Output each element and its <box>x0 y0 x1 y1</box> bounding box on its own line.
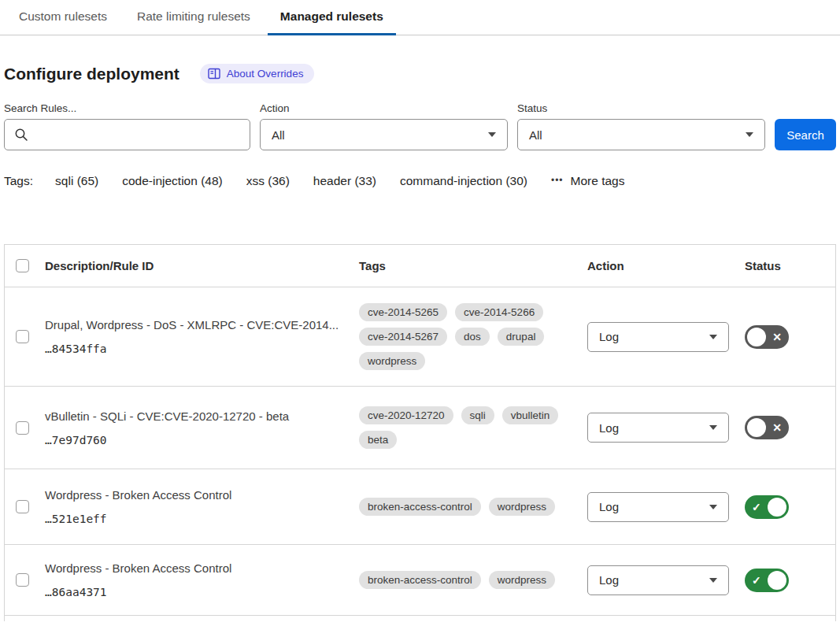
row-checkbox[interactable] <box>16 421 29 435</box>
status-filter-select[interactable]: All <box>517 119 765 150</box>
action-select-value: Log <box>599 573 619 587</box>
tags-bar: Tags: sqli (65)code-injection (48)xss (3… <box>4 174 836 188</box>
header-checkbox-cell <box>5 259 45 272</box>
action-select[interactable]: Log <box>587 565 729 595</box>
row-tags-cell: cve-2014-5265cve-2014-5266cve-2014-5267d… <box>359 292 587 381</box>
search-icon <box>14 128 28 142</box>
tag-link[interactable]: sqli (65) <box>55 174 98 188</box>
chevron-down-icon <box>709 505 717 509</box>
about-overrides-badge[interactable]: About Overrides <box>200 64 315 83</box>
tab-rate-limiting-rulesets[interactable]: Rate limiting rulesets <box>124 0 263 35</box>
tag-links: sqli (65)code-injection (48)xss (36)head… <box>55 174 527 188</box>
search-rules-group: Search Rules... <box>4 102 250 150</box>
rules-table: Description/Rule ID Tags Action Status D… <box>4 244 836 621</box>
table-header-row: Description/Rule ID Tags Action Status <box>5 245 835 287</box>
action-filter-select[interactable]: All <box>260 119 508 150</box>
page-title: Configure deployment <box>4 65 179 83</box>
rule-tag-pill[interactable]: broken-access-control <box>359 571 481 589</box>
rule-tag-pill[interactable]: vbulletin <box>502 406 559 424</box>
row-tags-cell: cve-2020-12720sqlivbulletinbeta <box>359 395 587 460</box>
rule-tag-pill[interactable]: sqli <box>461 406 494 424</box>
action-filter-group: Action All <box>260 102 508 150</box>
rule-id: …521e1eff <box>45 513 346 525</box>
rule-tag-pill[interactable]: wordpress <box>359 352 425 370</box>
rule-tag-pill[interactable]: cve-2014-5265 <box>359 303 447 321</box>
filter-bar: Search Rules... Action All Status All <box>4 102 836 150</box>
rule-tag-pill[interactable]: cve-2014-5266 <box>455 303 543 321</box>
rule-tag-pill[interactable]: broken-access-control <box>359 498 481 516</box>
row-checkbox-cell <box>5 573 45 587</box>
status-toggle[interactable]: ✓ ✕ <box>745 569 789 592</box>
book-icon <box>208 68 220 80</box>
toggle-knob <box>768 498 786 517</box>
status-toggle[interactable]: ✓ ✕ <box>745 495 789 519</box>
heading-row: Configure deployment About Overrides <box>4 64 836 83</box>
select-all-checkbox[interactable] <box>16 259 29 272</box>
row-checkbox-cell <box>5 421 45 435</box>
rule-tag-pill[interactable]: cve-2014-5267 <box>359 328 447 346</box>
table-row: Wordpress - Broken Access Control …521e1… <box>5 469 835 545</box>
ellipsis-icon: ••• <box>551 175 564 186</box>
row-checkbox-cell <box>5 330 45 343</box>
row-checkbox[interactable] <box>16 330 29 343</box>
action-select-value: Log <box>599 421 619 435</box>
tab-custom-rulesets[interactable]: Custom rulesets <box>6 0 120 35</box>
row-tags-cell: broken-access-controlwordpress <box>359 560 587 600</box>
row-description-cell: Wordpress - Broken Access Control …86aa4… <box>45 561 359 598</box>
rule-tag-pill[interactable]: beta <box>359 431 397 449</box>
search-input[interactable] <box>4 119 250 150</box>
x-icon: ✕ <box>772 421 782 434</box>
row-description-cell: vBulletin - SQLi - CVE:CVE-2020-12720 - … <box>45 409 359 446</box>
rule-tag-pill[interactable]: wordpress <box>489 498 555 516</box>
action-select[interactable]: Log <box>587 492 729 522</box>
row-action-cell: Log <box>587 565 745 595</box>
row-status-cell: ✓ ✕ <box>745 416 835 439</box>
status-toggle[interactable]: ✓ ✕ <box>745 325 789 349</box>
table-body: Drupal, Wordpress - DoS - XMLRPC - CVE:C… <box>5 287 835 616</box>
status-filter-group: Status All <box>517 102 765 150</box>
rule-tag-pill[interactable]: dos <box>455 328 490 346</box>
action-select[interactable]: Log <box>587 322 729 352</box>
chevron-down-icon <box>709 578 717 583</box>
more-tags-button[interactable]: ••• More tags <box>551 174 625 188</box>
rule-tag-pill[interactable]: drupal <box>498 328 545 346</box>
table-row-partial <box>5 616 835 621</box>
action-filter-label: Action <box>260 102 508 114</box>
action-select[interactable]: Log <box>587 413 729 443</box>
rule-tag-pill[interactable]: wordpress <box>489 571 555 589</box>
tag-link[interactable]: header (33) <box>313 174 376 188</box>
tab-bar: Custom rulesets Rate limiting rulesets M… <box>0 0 840 35</box>
rule-title: Wordpress - Broken Access Control <box>45 561 346 575</box>
chevron-down-icon <box>746 132 753 137</box>
row-checkbox[interactable] <box>16 500 29 513</box>
row-status-cell: ✓ ✕ <box>745 325 835 349</box>
main-content: Configure deployment About Overrides Sea… <box>0 64 840 621</box>
check-icon: ✓ <box>752 574 761 587</box>
table-row: vBulletin - SQLi - CVE:CVE-2020-12720 - … <box>5 387 835 469</box>
rule-id: …86aa4371 <box>45 586 346 598</box>
tag-link[interactable]: xss (36) <box>246 174 290 188</box>
chevron-down-icon <box>709 335 717 339</box>
action-select-value: Log <box>599 330 619 343</box>
rule-id: …84534ffa <box>45 343 346 355</box>
rule-tag-pill[interactable]: cve-2020-12720 <box>359 406 453 424</box>
table-row: Wordpress - Broken Access Control …86aa4… <box>5 545 835 616</box>
row-checkbox[interactable] <box>16 573 29 587</box>
column-header-description: Description/Rule ID <box>45 259 359 272</box>
rule-title: Drupal, Wordpress - DoS - XMLRPC - CVE:C… <box>45 318 346 332</box>
column-header-tags: Tags <box>359 259 587 272</box>
check-icon: ✓ <box>752 501 761 513</box>
row-tags-cell: broken-access-controlwordpress <box>359 487 587 527</box>
row-status-cell: ✓ ✕ <box>745 569 835 592</box>
row-description-cell: Drupal, Wordpress - DoS - XMLRPC - CVE:C… <box>45 318 359 355</box>
more-tags-label: More tags <box>571 174 625 188</box>
tag-link[interactable]: code-injection (48) <box>122 174 223 188</box>
rule-id: …7e97d760 <box>45 434 346 446</box>
search-button[interactable]: Search <box>775 119 836 150</box>
tab-managed-rulesets[interactable]: Managed rulesets <box>268 0 396 35</box>
tag-link[interactable]: command-injection (30) <box>400 174 527 188</box>
toggle-knob <box>747 328 766 346</box>
row-description-cell: Wordpress - Broken Access Control …521e1… <box>45 488 359 525</box>
row-status-cell: ✓ ✕ <box>745 495 835 519</box>
status-toggle[interactable]: ✓ ✕ <box>745 416 789 439</box>
